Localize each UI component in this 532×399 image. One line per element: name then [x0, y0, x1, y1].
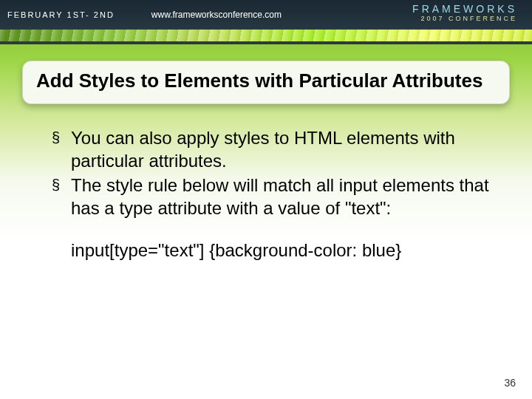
divider	[0, 41, 532, 44]
logo-main-text: FRAMEWORKS	[412, 3, 517, 15]
page-number: 36	[504, 377, 516, 389]
decorative-stripe	[0, 30, 532, 41]
bullet-item: § The style rule below will match all in…	[52, 174, 495, 219]
title-card: Add Styles to Elements with Particular A…	[22, 61, 510, 104]
bullet-item: § You can also apply styles to HTML elem…	[52, 126, 495, 172]
topbar-date: FEBRUARY 1ST- 2ND	[7, 10, 115, 19]
top-bar: FEBRUARY 1ST- 2ND www.frameworksconferen…	[0, 0, 532, 30]
logo-sub-text: 2007 CONFERENCE	[412, 15, 517, 22]
code-sample: input[type="text"] {background-color: bl…	[71, 239, 495, 262]
conference-logo: FRAMEWORKS 2007 CONFERENCE	[412, 3, 517, 22]
bullet-marker-icon: §	[52, 126, 71, 149]
slide-title: Add Styles to Elements with Particular A…	[36, 69, 496, 93]
bullet-text: The style rule below will match all inpu…	[71, 174, 495, 219]
bullet-text: You can also apply styles to HTML elemen…	[71, 126, 495, 172]
bullet-marker-icon: §	[52, 174, 71, 196]
topbar-url: www.frameworksconference.com	[151, 10, 282, 20]
content-area: § You can also apply styles to HTML elem…	[52, 126, 495, 262]
